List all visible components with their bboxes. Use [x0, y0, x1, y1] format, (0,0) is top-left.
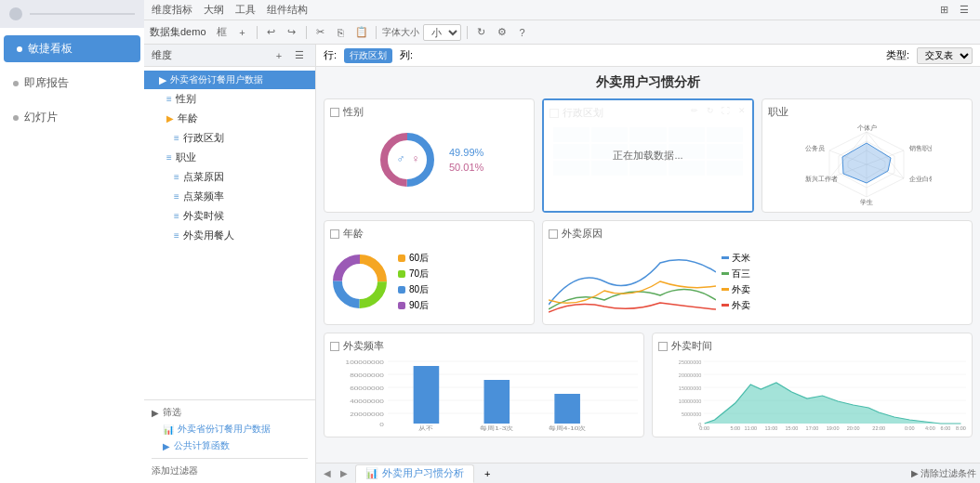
tree-item-label-8: 外卖用餐人	[183, 228, 234, 242]
occupation-card: 职业	[761, 98, 973, 213]
panel-bottom-calc[interactable]: ▶ 公共计算函数	[152, 437, 308, 454]
tree-item-7[interactable]: ≡ 外卖时候	[144, 206, 315, 226]
paste-btn[interactable]: 📋	[353, 24, 370, 41]
panel-add-btn[interactable]: +	[271, 47, 287, 64]
app-header: 维度指标 大纲 工具 组件结构 ⊞ ☰	[144, 0, 980, 20]
panel-header: 维度 + ☰	[144, 45, 315, 67]
radar-container: 个体户 销售职业者 企业白领 学生 新兴工作者 公务员	[768, 123, 966, 206]
tab-icon: 📊	[365, 467, 378, 479]
tab-takeaway-analysis[interactable]: 📊 外卖用户习惯分析	[355, 464, 474, 483]
svg-text:80000000: 80000000	[350, 372, 384, 378]
help-btn[interactable]: ?	[514, 24, 531, 41]
filter-tag-admin[interactable]: 行政区划	[344, 48, 392, 63]
reason-curve-svg	[549, 249, 716, 314]
prev-tab-btn[interactable]: ◀	[320, 466, 335, 481]
tree-item-3[interactable]: ≡ 行政区划	[144, 128, 315, 148]
charts-row3: 外卖频率 100000000 80000000 60000000 4000000…	[324, 333, 973, 437]
tree-item-0[interactable]: ▶ 外卖省份订餐用户数据	[144, 71, 315, 89]
frequency-card: 外卖频率 100000000 80000000 60000000 4000000…	[324, 333, 644, 437]
area-chart-area: 25000000 20000000 15000000 10000000 5000…	[658, 357, 966, 431]
toolbar-sep3	[376, 26, 377, 39]
copy-btn[interactable]: ⎘	[333, 24, 350, 41]
takeaway-reason-card: 外卖原因	[542, 220, 973, 325]
reason-dot-0	[722, 256, 729, 259]
occupation-title-label: 职业	[768, 105, 788, 119]
gender-check[interactable]	[330, 108, 339, 117]
menu-item-outline[interactable]: 大纲	[204, 3, 224, 17]
filter-section-label: 筛选	[163, 406, 181, 419]
tree-item-1[interactable]: ≡ 性别	[144, 89, 315, 109]
row-filter-bar: 行: 行政区划 列: 类型: 交叉表	[316, 45, 980, 67]
add-filter-btn[interactable]: 添加过滤器	[152, 463, 308, 479]
tree-item-4[interactable]: ≡ 职业	[144, 148, 315, 167]
admin-loading-text: 正在加载数据...	[613, 149, 682, 163]
tree-field-icon-6: ≡	[174, 191, 179, 202]
next-tab-btn[interactable]: ▶	[337, 466, 351, 481]
time-card-title: 外卖时间	[658, 339, 966, 353]
menu-item-structure[interactable]: 组件结构	[267, 3, 308, 17]
tree-item-label-4: 职业	[176, 150, 196, 164]
reason-legend-2: 外卖	[722, 283, 750, 296]
sidebar-item-dashboard[interactable]: 敏捷看板	[4, 35, 140, 62]
radar-svg: 个体户 销售职业者 企业白领 学生 新兴工作者 公务员	[801, 123, 932, 206]
menu-item-tools[interactable]: 工具	[235, 3, 256, 17]
age-chart: 60后 70后 80后	[330, 244, 528, 319]
list-view-btn[interactable]: ☰	[956, 2, 973, 19]
sidebar-menu: 敏捷看板 即席报告 幻灯片	[0, 28, 144, 138]
dashboard-area: 行: 行政区划 列: 类型: 交叉表 外卖用户习惯分析 性别	[316, 45, 980, 483]
reason-check[interactable]	[549, 229, 558, 239]
svg-text:每周4-10次: 每周4-10次	[549, 424, 587, 431]
settings-btn[interactable]: ⚙	[494, 24, 510, 41]
filter-arrow-icon: ▶	[911, 468, 919, 478]
tree-item-6[interactable]: ≡ 点菜频率	[144, 187, 315, 206]
left-panel: 维度 + ☰ ▶ 外卖省份订餐用户数据 ≡ 性别 ▶ 年龄	[144, 45, 316, 483]
gender-donut-svg: ♂ ♀	[375, 127, 440, 192]
gender-card-title: 性别	[330, 105, 528, 119]
new-btn[interactable]: 框	[214, 24, 231, 41]
tree-item-2[interactable]: ▶ 年龄	[144, 109, 315, 128]
svg-text:100000000: 100000000	[346, 359, 384, 365]
svg-text:25000000: 25000000	[679, 359, 702, 365]
font-size-select[interactable]: 小中大	[423, 24, 461, 41]
filter-arrow-icon: ▶	[152, 408, 159, 418]
toolbar-sep4	[467, 26, 468, 39]
undo-btn[interactable]: ↩	[263, 24, 280, 41]
gender-percentages: 49.99% 50.01%	[449, 147, 483, 173]
frequency-check[interactable]	[330, 342, 339, 351]
tree-item-5[interactable]: ≡ 点菜原因	[144, 167, 315, 187]
tree-field-icon-8: ≡	[174, 230, 179, 241]
sidebar-item-report[interactable]: 即席报告	[0, 70, 144, 97]
time-card: 外卖时间 25000000 20000000 15000000 10000000…	[652, 333, 973, 437]
sidebar-item-slides[interactable]: 幻灯片	[0, 104, 144, 131]
reason-label-0: 天米	[732, 252, 750, 265]
svg-text:♂: ♂	[397, 152, 405, 165]
redo-btn[interactable]: ↪	[284, 24, 300, 41]
svg-text:20000000: 20000000	[350, 411, 384, 417]
tab-add[interactable]: +	[474, 464, 500, 483]
svg-text:8:00: 8:00	[956, 425, 966, 431]
panel-bottom-dataset[interactable]: 📊 外卖省份订餐用户数据	[152, 421, 308, 437]
cut-btn[interactable]: ✂	[312, 24, 329, 41]
bar-chart-svg: 100000000 80000000 60000000 40000000 200…	[330, 357, 638, 431]
add-btn[interactable]: +	[234, 24, 251, 41]
age-donut-svg	[330, 252, 391, 312]
panel-bottom-filter[interactable]: ▶ 筛选	[152, 404, 308, 421]
tree-item-8[interactable]: ≡ 外卖用餐人	[144, 226, 315, 245]
refresh-btn[interactable]: ↻	[473, 24, 490, 41]
menu-item-dimensions[interactable]: 维度指标	[152, 3, 192, 17]
calc-tree-icon: ▶	[163, 441, 170, 451]
grid-view-btn[interactable]: ⊞	[935, 2, 952, 19]
age-card-title: 年龄	[330, 227, 528, 241]
age-dot-80s	[398, 286, 405, 294]
tree-group-icon-2: ▶	[166, 113, 174, 124]
panel-menu-btn[interactable]: ☰	[291, 47, 308, 64]
svg-text:4:00: 4:00	[925, 425, 935, 431]
sidebar-dot-slides	[13, 115, 19, 121]
toolbar-sep2	[306, 26, 307, 39]
age-label-80s: 80后	[409, 283, 429, 296]
age-legend-90s: 90后	[398, 299, 429, 312]
dataset-tree-label: 外卖省份订餐用户数据	[178, 423, 271, 436]
type-select[interactable]: 交叉表	[917, 47, 973, 64]
time-check[interactable]	[658, 342, 668, 351]
age-check[interactable]	[330, 229, 339, 239]
